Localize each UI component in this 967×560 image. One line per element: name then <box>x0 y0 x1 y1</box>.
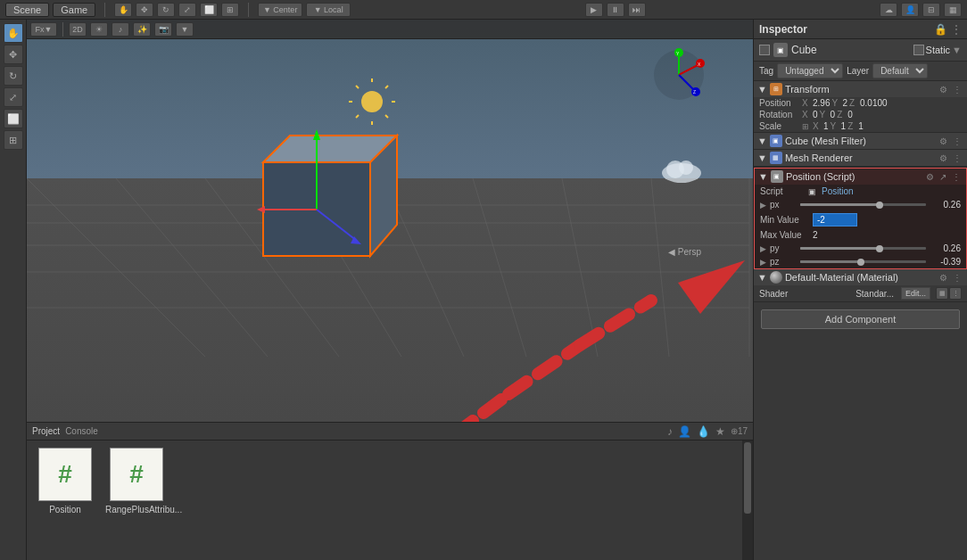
ground-bg <box>27 178 753 422</box>
material-more[interactable]: ⋮ <box>951 273 963 283</box>
inspector-lock-btn[interactable]: 🔒 <box>934 23 947 36</box>
person-icon[interactable]: 👤 <box>678 425 691 438</box>
pos-z-val[interactable]: 0.0100 <box>860 98 888 108</box>
transform-more[interactable]: ⋮ <box>951 85 963 95</box>
all-tool-btn[interactable]: ⊞ <box>221 3 239 17</box>
pos-x-val[interactable]: 2.96 <box>813 98 830 108</box>
object-active-checkbox[interactable] <box>759 45 770 55</box>
max-value-label: Max Value <box>760 230 809 240</box>
material-more-btn[interactable]: ⋮ <box>949 287 962 300</box>
px-slider-row: ▶ px 0.26 <box>755 198 966 211</box>
mesh-filter-more[interactable]: ⋮ <box>951 136 963 146</box>
hand-tool[interactable]: ✋ <box>4 23 23 43</box>
mesh-renderer-settings[interactable]: ⚙ <box>938 153 949 163</box>
panel-tab-project[interactable]: Project <box>32 426 60 436</box>
scale-tool-btn[interactable]: ⤢ <box>178 3 196 17</box>
scene-tab[interactable]: Scene <box>5 3 49 17</box>
mesh-filter-settings[interactable]: ⚙ <box>938 136 949 146</box>
asset-range-label: RangePlusAttribu... <box>105 505 168 515</box>
hand-tool-btn[interactable]: ✋ <box>114 3 132 17</box>
tag-dropdown[interactable]: Untagged <box>777 63 843 78</box>
move-tool[interactable]: ✥ <box>4 45 23 64</box>
rotate-tool[interactable]: ↻ <box>4 66 23 86</box>
sc-z-val[interactable]: 1 <box>858 121 864 131</box>
inspector-header: Inspector 🔒 ⋮ <box>754 20 967 39</box>
mesh-filter-header[interactable]: ▼ ▣ Cube (Mesh Filter) ⚙ ⋮ <box>754 133 967 149</box>
py-slider-thumb[interactable] <box>876 245 883 252</box>
px-slider-track[interactable] <box>800 203 926 206</box>
rotate-tool-btn[interactable]: ↻ <box>157 3 175 17</box>
pz-slider-track[interactable] <box>800 260 926 263</box>
rot-x-val[interactable]: 0 <box>813 110 818 119</box>
pivot-tools: ▼ Center ▼ Local <box>258 3 351 17</box>
scene-fx2-btn[interactable]: ✨ <box>133 22 151 37</box>
scene-gizmo-btn[interactable]: ▼ <box>176 22 194 37</box>
pos-script-more[interactable]: ⋮ <box>950 172 963 182</box>
object-name-label: Cube <box>791 44 910 56</box>
script-field-row: Script ▣ Position <box>755 185 966 198</box>
sc-x-val[interactable]: 1 <box>823 121 829 131</box>
transform-rotation-row: Rotation X 0 Y 0 Z 0 <box>754 109 967 120</box>
scene-cam-btn[interactable]: 📷 <box>154 22 172 37</box>
move-tool-btn[interactable]: ✥ <box>136 3 153 17</box>
rect-tool-btn[interactable]: ⬜ <box>200 3 218 17</box>
layer-dropdown[interactable]: Default <box>872 63 928 78</box>
transform-header[interactable]: ▼ ⊞ Transform ⚙ ⋮ <box>754 81 967 97</box>
transform-collapse-icon: ▼ <box>757 84 767 95</box>
sc-y-val[interactable]: 1 <box>841 121 847 131</box>
scene-view[interactable]: Fx▼ 2D ☀ ♪ ✨ 📷 ▼ <box>27 20 753 560</box>
pos-y-val[interactable]: 2 <box>842 98 847 108</box>
mesh-renderer-more[interactable]: ⋮ <box>951 153 963 163</box>
panel-tab-console[interactable]: Console <box>65 426 98 436</box>
px-slider-thumb[interactable] <box>876 202 883 209</box>
play-btn[interactable]: ▶ <box>585 3 603 17</box>
material-header[interactable]: ▼ Default-Material (Material) ⚙ ⋮ <box>754 269 967 285</box>
material-grid-btn[interactable]: ▦ <box>936 287 948 300</box>
inspector-menu-btn[interactable]: ⋮ <box>951 23 962 36</box>
scene-2d-btn[interactable]: 2D <box>69 22 87 37</box>
layout-btn[interactable]: ▦ <box>944 3 962 17</box>
pos-z-field: Z 0.0100 <box>849 98 888 108</box>
local-btn[interactable]: ▼ Local <box>306 3 351 17</box>
star-icon[interactable]: ★ <box>715 425 725 438</box>
game-tab[interactable]: Game <box>53 3 95 17</box>
main-layout: ✋ ✥ ↻ ⤢ ⬜ ⊞ <box>0 20 967 560</box>
scene-light-btn[interactable]: ☀ <box>90 22 108 37</box>
scene-audio-btn[interactable]: ♪ <box>112 22 129 37</box>
position-script-header[interactable]: ▼ ▣ Position (Script) ⚙ ↗ ⋮ <box>755 169 966 185</box>
mesh-renderer-header[interactable]: ▼ ▦ Mesh Renderer ⚙ ⋮ <box>754 150 967 167</box>
tag-layer-row: Tag Untagged Layer Default <box>754 62 967 81</box>
account-btn[interactable]: 👤 <box>901 3 919 17</box>
add-component-button[interactable]: Add Component <box>761 309 960 329</box>
center-btn[interactable]: ▼ Center <box>258 3 302 17</box>
scene-fx-btn[interactable]: Fx▼ <box>30 22 57 37</box>
music-icon[interactable]: ♪ <box>667 425 673 438</box>
min-value-input[interactable] <box>813 213 857 226</box>
material-settings[interactable]: ⚙ <box>938 273 949 283</box>
transform-settings[interactable]: ⚙ <box>938 85 949 95</box>
pos-script-link[interactable]: ↗ <box>938 172 948 182</box>
static-checkbox[interactable] <box>913 45 924 55</box>
py-slider-track[interactable] <box>800 247 926 250</box>
script-field-value[interactable]: Position <box>822 186 854 196</box>
rot-y-val[interactable]: 0 <box>831 110 836 119</box>
collab-btn[interactable]: ☁ <box>880 3 897 17</box>
drop-icon[interactable]: 💧 <box>697 425 710 438</box>
custom-tool[interactable]: ⊞ <box>4 130 23 150</box>
scale-tool[interactable]: ⤢ <box>4 87 23 107</box>
rect-tool[interactable]: ⬜ <box>4 109 23 128</box>
asset-range-plus[interactable]: # RangePlusAttribu... <box>105 448 168 515</box>
rot-y-label: Y <box>820 110 829 119</box>
shader-row: Shader Standar... Edit... ▦ ⋮ <box>754 285 967 301</box>
pos-script-settings[interactable]: ⚙ <box>924 172 936 182</box>
asset-position[interactable]: # Position <box>34 448 96 515</box>
pz-slider-thumb[interactable] <box>857 259 864 266</box>
pause-btn[interactable]: ⏸ <box>607 3 624 17</box>
shader-edit-btn[interactable]: Edit... <box>901 287 930 300</box>
step-btn[interactable]: ⏭ <box>628 3 646 17</box>
bottom-panel: Project Console ♪ 👤 💧 ★ ⊕17 # Position <box>27 422 753 560</box>
scrollbar-thumb[interactable] <box>744 442 751 514</box>
rot-z-val[interactable]: 0 <box>847 110 853 119</box>
layers-btn[interactable]: ⊟ <box>922 3 940 17</box>
static-dropdown[interactable]: ▼ <box>952 45 962 55</box>
